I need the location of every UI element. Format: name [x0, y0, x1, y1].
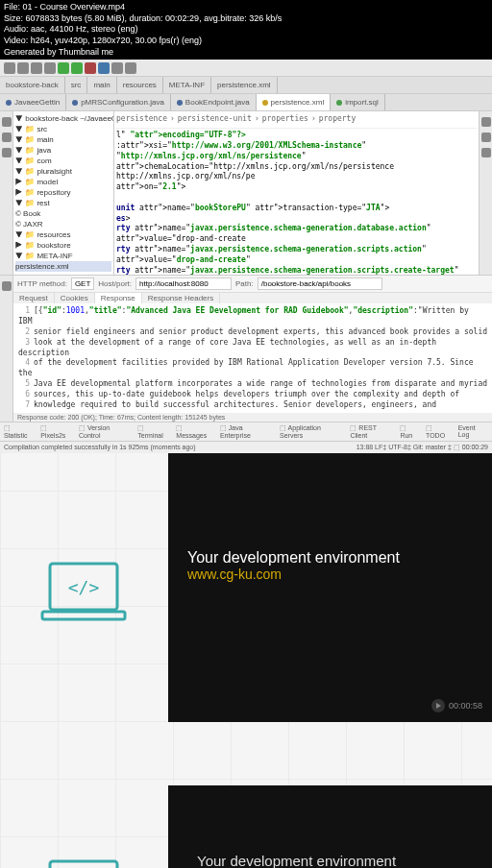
meta-size: Size: 6078833 bytes (5.80 MiB), duration… — [4, 13, 488, 25]
code-editor[interactable]: persistence›persistence-unit›properties›… — [114, 111, 479, 275]
tree-item[interactable]: ⯈ 📁 bookstore — [15, 240, 111, 251]
compile-status: Compilation completed successfully in 1s… — [4, 444, 196, 451]
tree-item[interactable]: ⯆ 📁 java — [15, 145, 111, 156]
http-tab[interactable]: Request — [13, 293, 55, 303]
tool-window-tab[interactable]: ⬚ Pixels2s — [40, 424, 74, 439]
code-line: attr">on="2.1"> — [116, 182, 477, 193]
toolbar-icon[interactable] — [98, 62, 110, 74]
code-line: :attr">xsi="http://www.w3.org/2001/XMLSc… — [116, 141, 477, 152]
code-line: rty attr">name="javax.persistence.schema… — [116, 224, 477, 245]
json-line: 6sources, this up-to-date guidebook help… — [18, 390, 487, 400]
debug-icon[interactable] — [71, 62, 83, 74]
run-icon[interactable] — [58, 62, 69, 74]
breadcrumb-item[interactable]: persistence-unit — [178, 114, 252, 125]
http-tab[interactable]: Response — [95, 293, 142, 303]
code-line: l" "attr">encoding="UTF-8"?> — [116, 131, 477, 141]
file-tab[interactable]: import.sql — [331, 94, 385, 110]
maven-tool-icon[interactable] — [481, 117, 491, 127]
http-response-tabs: RequestCookiesResponseResponse Headers — [13, 292, 492, 303]
http-path-input[interactable]: /bookstore-back/api/books — [258, 277, 382, 290]
path-segment[interactable]: META-INF — [163, 77, 211, 93]
tree-item[interactable]: © JAXR — [15, 219, 111, 229]
tool-window-tab[interactable]: ⬚ Application Servers — [280, 424, 345, 439]
toolbar-icon[interactable] — [4, 62, 15, 74]
path-segment[interactable]: resources — [117, 77, 163, 93]
file-type-icon — [336, 100, 342, 106]
tool-window-tab[interactable]: ⬚ Statistic — [4, 424, 36, 439]
tree-item[interactable]: persistence.xml — [15, 261, 111, 272]
tree-item[interactable]: ⯈ 📁 model — [15, 177, 111, 187]
tool-window-tab[interactable]: ⬚ Run — [400, 424, 421, 439]
breadcrumb-item[interactable]: properties — [262, 114, 308, 125]
file-type-icon — [262, 100, 268, 106]
tree-item[interactable]: ⯆ 📁 com — [15, 156, 111, 166]
http-host-input[interactable]: http://localhost:8080 — [135, 277, 232, 290]
tool-window-tab[interactable]: ⬚ Version Control — [79, 424, 133, 439]
structure-tool-icon[interactable] — [2, 133, 12, 142]
toolbar-icon[interactable] — [44, 62, 56, 74]
tree-item[interactable]: ⯆ bookstore-back ~/JavaeeGet — [15, 113, 111, 124]
http-tab[interactable]: Response Headers — [142, 293, 220, 303]
path-segment[interactable]: src — [65, 77, 88, 93]
tool-window-tab[interactable]: ⬚ Messages — [176, 424, 215, 439]
tool-window-tab[interactable]: ⬚ Java Enterprise — [220, 424, 275, 439]
http-method-label: HTTP method: — [17, 279, 67, 288]
http-client-panel: HTTP method: GET Host/port: http://local… — [0, 275, 492, 422]
tree-item[interactable]: ⯆ 📁 main — [15, 134, 111, 145]
http-method-select[interactable]: GET — [71, 277, 94, 290]
ide-tool-tabs: ⬚ Statistic⬚ Pixels2s⬚ Version Control⬚ … — [0, 422, 492, 441]
play-icon — [431, 699, 445, 712]
toolbar-icon[interactable] — [111, 62, 123, 74]
file-tab[interactable]: BookEndpoint.java — [171, 94, 257, 110]
tree-item[interactable]: © Book — [15, 208, 111, 219]
toolbar-icon[interactable] — [17, 62, 29, 74]
json-line: 2senior field engineers and senior produ… — [18, 327, 487, 338]
event-log-tab[interactable]: Event Log — [458, 424, 488, 439]
thumbnail-frame-1: Your development environment www.cg-ku.c… — [168, 453, 492, 722]
file-tab[interactable]: pMRSConfiguration.java — [66, 94, 171, 110]
path-segment[interactable]: main — [87, 77, 116, 93]
http-response-body[interactable]: 1[{"id":1001,"title":"Advanced Java EE D… — [13, 303, 492, 413]
http-host-label: Host/port: — [98, 279, 132, 288]
breadcrumb-item[interactable]: property — [319, 114, 357, 125]
laptop-icon: </> — [40, 559, 127, 628]
toolbar-icon[interactable] — [125, 62, 136, 74]
tool-window-tab[interactable]: ⬚ REST Client — [350, 424, 395, 439]
file-tab[interactable]: persistence.xml — [257, 94, 332, 110]
tree-item[interactable]: ⯆ 📁 src — [15, 124, 111, 134]
database-tool-icon[interactable] — [481, 133, 491, 142]
path-segment[interactable]: persistence.xml — [211, 77, 278, 93]
breadcrumb-item[interactable]: persistence — [116, 114, 167, 125]
video-metadata-overlay: File: 01 - Course Overview.mp4 Size: 607… — [0, 0, 492, 60]
meta-video: Video: h264, yuv420p, 1280x720, 30.00 fp… — [4, 36, 488, 47]
code-line: unit attr">name="bookStorePU" attr">tran… — [116, 204, 477, 214]
tree-item[interactable]: import.sql — [15, 272, 111, 275]
tree-item[interactable]: ⯆ 📁 META-INF — [15, 251, 111, 261]
toolbar-icon[interactable] — [31, 62, 42, 74]
tree-item[interactable]: ⯆ 📁 rest — [15, 198, 111, 208]
cursor-encoding-status: 13:88 LF‡ UTF-8‡ Git: master ‡ ⬚ 00:00:2… — [357, 444, 488, 451]
ide-status-bar: Compilation completed successfully in 1s… — [0, 441, 492, 453]
project-tool-icon[interactable] — [2, 117, 12, 127]
json-line: 3look at the development of a range of c… — [18, 338, 487, 359]
file-type-icon — [6, 100, 12, 106]
bean-validation-icon[interactable] — [481, 148, 491, 157]
tree-item[interactable]: ⯈ 📁 repository — [15, 187, 111, 198]
json-line: 4of the development facilities provided … — [18, 358, 487, 379]
tool-window-tab[interactable]: ⬚ TODO — [426, 424, 454, 439]
tool-window-tab[interactable]: ⬚ Terminal — [137, 424, 171, 439]
project-tree[interactable]: ⯆ bookstore-back ~/JavaeeGet ⯆ 📁 src ⯆ 📁… — [13, 111, 114, 275]
code-line: rty attr">name="javax.persistence.schema… — [116, 245, 477, 266]
meta-audio: Audio: aac, 44100 Hz, stereo (eng) — [4, 24, 488, 36]
http-tab[interactable]: Cookies — [55, 293, 95, 303]
tree-item[interactable]: ⯆ 📁 resources — [15, 229, 111, 240]
favorites-tool-icon[interactable] — [2, 148, 12, 157]
thumbnail-frame-2: Your development environmentJava EE back… — [168, 785, 492, 868]
code-line: "http://xmlns.jcp.org/xml/ns/persistence… — [116, 152, 477, 162]
http-run-icon[interactable] — [2, 281, 12, 291]
stop-icon[interactable] — [85, 62, 96, 74]
tree-item[interactable]: ⯆ 📁 pluralsight — [15, 166, 111, 177]
file-tab[interactable]: JavaeeGettin — [0, 94, 66, 110]
laptop-icon: </> — [40, 856, 127, 868]
path-segment[interactable]: bookstore-back — [0, 77, 65, 93]
